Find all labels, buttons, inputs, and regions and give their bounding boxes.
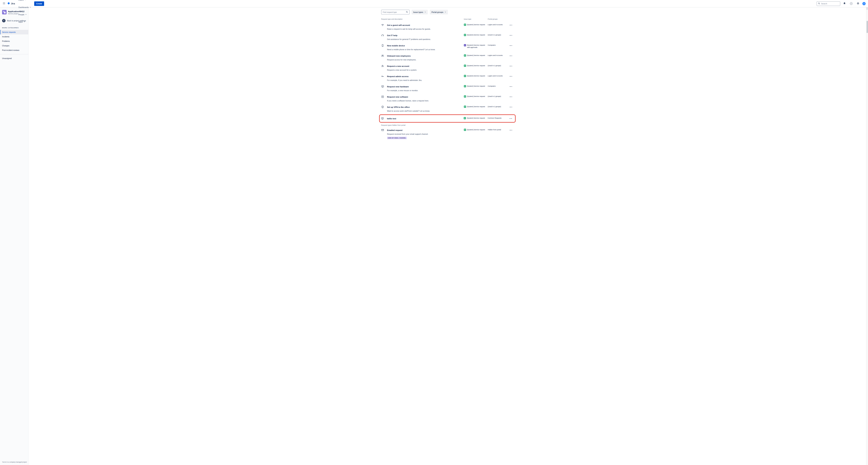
nav-item-filters[interactable]: Filters [17,0,28,4]
chevron-down-icon [24,21,25,23]
nav-item-label: Dashboards [19,6,29,8]
nav-item-label: Apps [19,21,23,23]
project-sidebar: Application#8412 Service project Back to… [0,7,28,128]
nav-item-people[interactable]: People [17,11,28,18]
chevron-down-icon [25,0,26,1]
sidebar-item-service-requests[interactable]: Service requests [0,30,28,34]
back-arrow-icon [2,19,5,22]
create-button[interactable]: Create [34,1,44,6]
chevron-down-icon [30,6,31,8]
work-categories-list: Service requestsIncidentsProblemsChanges… [0,30,28,53]
main-content: Issue types Portal groups Request type a… [28,7,272,128]
chevron-down-icon [25,14,27,15]
sidebar-item-changes[interactable]: Changes [0,43,28,48]
top-nav: Jira Your workProjectsFiltersDashboardsP… [0,0,272,7]
nav-item-label: People [19,13,24,16]
jira-mark-icon [7,2,10,5]
primary-nav: Your workProjectsFiltersDashboardsPeople… [17,0,33,26]
jira-logo[interactable]: Jira [7,2,17,5]
app-grid-icon [3,2,5,5]
work-categories-title: WORK CATEGORIES [0,26,28,30]
sidebar-item-incidents[interactable]: Incidents [0,34,28,39]
project-avatar [2,10,7,15]
nav-item-dashboards[interactable]: Dashboards [17,4,33,11]
jira-logo-text: Jira [11,2,15,5]
app-switcher-button[interactable] [1,1,7,6]
sidebar-item-unassigned[interactable]: Unassigned [0,56,28,61]
unassigned-list: Unassigned [0,56,28,61]
nav-item-apps[interactable]: Apps [17,18,27,26]
sidebar-item-problems[interactable]: Problems [0,39,28,43]
nav-item-label: Filters [19,0,24,1]
sidebar-item-post-incident-reviews[interactable]: Post-incident reviews [0,48,28,53]
top-nav-left: Jira Your workProjectsFiltersDashboardsP… [1,0,272,7]
